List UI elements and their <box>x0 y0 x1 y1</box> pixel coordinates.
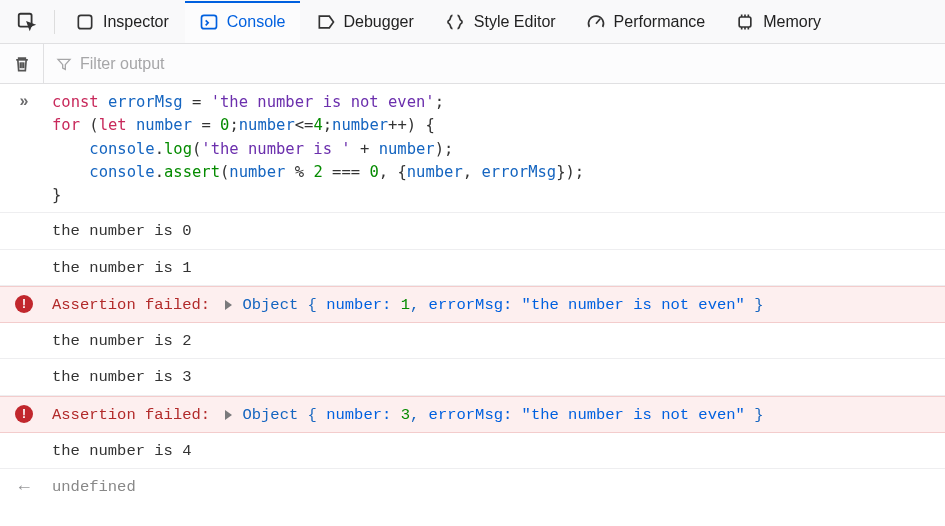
punct: ; <box>323 116 332 134</box>
console-input-code[interactable]: const errorMsg = 'the number is not even… <box>48 89 945 207</box>
ident: number <box>239 116 295 134</box>
punct: , <box>379 163 388 181</box>
string: 'the number is not even' <box>211 93 435 111</box>
log-message: the number is 0 <box>48 218 945 243</box>
ident: errorMsg <box>481 163 556 181</box>
log-message: the number is 2 <box>48 328 945 353</box>
punct: ) <box>435 140 444 158</box>
gutter <box>0 218 48 221</box>
tab-memory-label: Memory <box>763 13 821 31</box>
memory-icon <box>735 12 755 32</box>
ident: number <box>332 116 388 134</box>
tab-inspector-label: Inspector <box>103 13 169 31</box>
prop: log <box>164 140 192 158</box>
tab-memory[interactable]: Memory <box>721 1 821 43</box>
debugger-icon <box>316 12 336 32</box>
gutter <box>0 328 48 331</box>
op: % <box>295 163 304 181</box>
gutter <box>0 255 48 258</box>
ident: console <box>89 140 154 158</box>
expand-triangle-icon[interactable] <box>225 300 232 310</box>
svg-rect-4 <box>739 17 751 27</box>
punct: } <box>52 186 61 204</box>
punct: . <box>155 140 164 158</box>
log-message: the number is 4 <box>48 438 945 463</box>
op: === <box>332 163 360 181</box>
input-prompt-gutter: » <box>0 89 48 110</box>
tab-performance[interactable]: Performance <box>572 1 720 43</box>
separator <box>54 10 55 34</box>
tab-console[interactable]: Console <box>185 1 300 43</box>
gutter: ! <box>0 292 48 313</box>
object-dump[interactable]: Object { number: 3, errorMsg: "the numbe… <box>242 406 763 424</box>
expand-triangle-icon[interactable] <box>225 410 232 420</box>
ident: console <box>89 163 154 181</box>
element-picker-button[interactable] <box>6 1 48 43</box>
ident: number <box>379 140 435 158</box>
obj-word: Object <box>242 406 298 424</box>
comma: , <box>410 406 419 424</box>
devtools-tabbar: Inspector Console Debugger Style Editor … <box>0 0 945 44</box>
ident: errorMsg <box>108 93 183 111</box>
kw: for <box>52 116 80 134</box>
punct: { <box>425 116 434 134</box>
punct: ) <box>565 163 574 181</box>
tab-style-editor-label: Style Editor <box>474 13 556 31</box>
console-output[interactable]: » const errorMsg = 'the number is not ev… <box>0 84 945 504</box>
tab-inspector[interactable]: Inspector <box>61 1 183 43</box>
assertion-label: Assertion failed: <box>52 406 210 424</box>
obj-key: errorMsg: <box>429 296 513 314</box>
op: = <box>201 116 210 134</box>
num: 0 <box>220 116 229 134</box>
console-assertion-row[interactable]: ! Assertion failed: Object { number: 1, … <box>0 286 945 323</box>
assertion-content: Assertion failed: Object { number: 3, er… <box>48 402 945 427</box>
clear-console-button[interactable] <box>0 44 44 84</box>
svg-line-3 <box>596 18 600 23</box>
console-toolbar <box>0 44 945 84</box>
punct: ; <box>435 93 444 111</box>
svg-rect-2 <box>201 15 216 28</box>
return-value: undefined <box>48 474 945 499</box>
prop: assert <box>164 163 220 181</box>
svg-rect-1 <box>78 15 91 28</box>
punct: , <box>463 163 472 181</box>
ident: number <box>136 116 192 134</box>
console-log-row: the number is 3 <box>0 359 945 395</box>
tab-console-label: Console <box>227 13 286 31</box>
inspector-icon <box>75 12 95 32</box>
funnel-icon <box>56 56 72 72</box>
obj-word: Object <box>242 296 298 314</box>
console-icon <box>199 12 219 32</box>
tab-style-editor[interactable]: Style Editor <box>430 1 570 43</box>
op: ++ <box>388 116 407 134</box>
console-log-row: the number is 2 <box>0 323 945 359</box>
num: 2 <box>313 163 322 181</box>
object-dump[interactable]: Object { number: 1, errorMsg: "the numbe… <box>242 296 763 314</box>
error-icon: ! <box>15 295 33 313</box>
performance-icon <box>586 12 606 32</box>
punct: ; <box>444 140 453 158</box>
punct: ) <box>407 116 416 134</box>
kw: let <box>99 116 127 134</box>
punct: ; <box>229 116 238 134</box>
punct: ( <box>220 163 229 181</box>
tab-debugger-label: Debugger <box>344 13 414 31</box>
obj-key: errorMsg: <box>429 406 513 424</box>
obj-num: 1 <box>401 296 410 314</box>
obj-key: number: <box>326 296 391 314</box>
log-message: the number is 3 <box>48 364 945 389</box>
console-assertion-row[interactable]: ! Assertion failed: Object { number: 3, … <box>0 396 945 433</box>
tab-debugger[interactable]: Debugger <box>302 1 428 43</box>
console-input-row: » const errorMsg = 'the number is not ev… <box>0 84 945 213</box>
gutter: ← <box>0 474 48 498</box>
kw: const <box>52 93 99 111</box>
prompt-chevron-icon: » <box>20 92 29 110</box>
punct: ; <box>575 163 584 181</box>
op: + <box>360 140 369 158</box>
num: 0 <box>369 163 378 181</box>
filter-output-input[interactable] <box>80 55 933 73</box>
gutter <box>0 364 48 367</box>
style-editor-icon <box>444 12 466 32</box>
string: 'the number is ' <box>201 140 350 158</box>
element-picker-icon <box>16 11 38 33</box>
